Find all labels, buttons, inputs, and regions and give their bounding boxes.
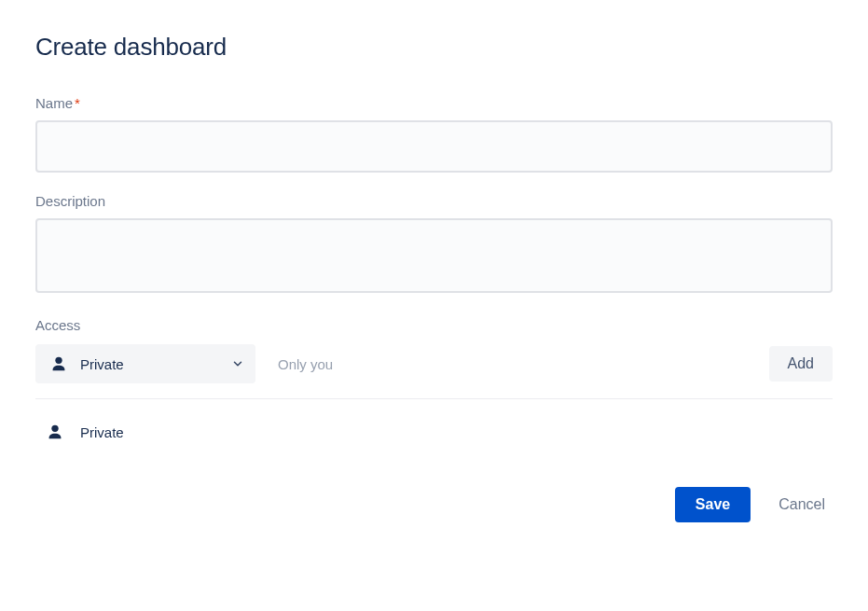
add-button[interactable]: Add	[769, 346, 833, 382]
access-hint: Only you	[278, 356, 333, 372]
svg-point-1	[51, 425, 58, 432]
chevron-down-icon	[231, 357, 244, 370]
save-button[interactable]: Save	[675, 487, 751, 522]
cancel-button[interactable]: Cancel	[771, 487, 833, 522]
access-controls-row: Private Only you Add	[35, 344, 833, 399]
description-input[interactable]	[35, 218, 833, 293]
page-title: Create dashboard	[35, 33, 833, 62]
access-label: Access	[35, 317, 833, 333]
access-select-value: Private	[80, 356, 220, 372]
name-field-group: Name*	[35, 95, 833, 173]
required-asterisk: *	[75, 95, 80, 111]
access-section: Access Private Only you Add	[35, 317, 833, 451]
person-icon	[48, 354, 69, 374]
name-input[interactable]	[35, 120, 833, 173]
name-label: Name*	[35, 95, 833, 111]
access-list-item: Private	[35, 399, 833, 451]
person-icon	[45, 422, 65, 442]
access-select[interactable]: Private	[35, 344, 255, 383]
description-label: Description	[35, 193, 833, 209]
access-entry-label: Private	[80, 424, 124, 440]
description-field-group: Description	[35, 193, 833, 297]
dialog-footer: Save Cancel	[35, 487, 833, 522]
name-label-text: Name	[35, 95, 73, 111]
svg-point-0	[55, 357, 62, 364]
